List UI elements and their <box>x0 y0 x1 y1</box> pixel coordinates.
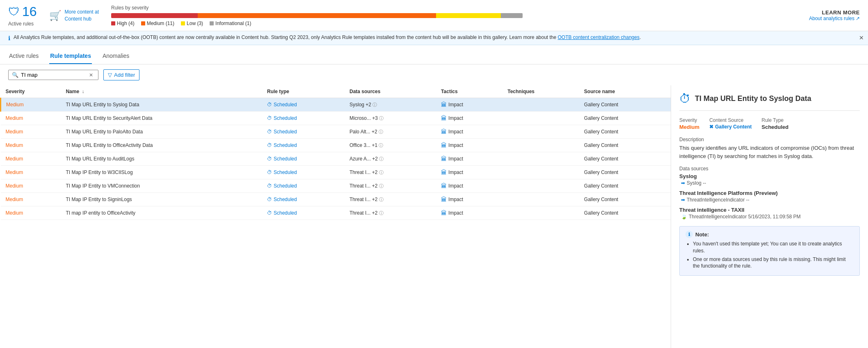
cell-rule-type: ⏱ Scheduled <box>262 166 345 179</box>
col-rule-type[interactable]: Rule type <box>262 85 345 98</box>
clear-search-button[interactable]: ✕ <box>89 72 93 78</box>
tab-rule-templates-label: Rule templates <box>50 53 91 59</box>
cell-severity: Medium <box>1 166 61 179</box>
cell-source-name: Gallery Content <box>579 193 671 206</box>
tactics-icon: 🏛 <box>441 210 447 216</box>
add-filter-button[interactable]: ▽ Add filter <box>103 69 139 80</box>
search-box[interactable]: 🔍 ✕ <box>8 70 98 80</box>
tactics-icon: 🏛 <box>441 196 447 203</box>
content-hub-label: More content atContent hub <box>65 9 99 23</box>
legend-dot-medium <box>141 21 145 25</box>
legend-low: Low (3) <box>181 21 203 26</box>
legend-informational: Informational (1) <box>210 21 251 26</box>
meta-rule-type-value: Scheduled <box>761 124 788 130</box>
active-rules-label: Active rules <box>8 21 34 27</box>
info-banner: ℹ All Analytics Rule templates, and addi… <box>0 31 868 45</box>
table-row[interactable]: Medium TI Map URL Entity to Syslog Data … <box>1 98 671 112</box>
info-icon: ℹ <box>8 35 10 41</box>
detail-datasources-section: Data sources Syslog ➡ Syslog -- Threat I… <box>679 166 860 220</box>
cell-tactics: 🏛 Impact <box>436 206 503 220</box>
table-row[interactable]: Medium TI map IP entity to OfficeActivit… <box>1 206 671 220</box>
cell-source-name: Gallery Content <box>579 152 671 166</box>
cell-source-name: Gallery Content <box>579 112 671 125</box>
table-row[interactable]: Medium TI Map IP Entity to VMConnection … <box>1 179 671 193</box>
cell-tactics: 🏛 Impact <box>436 193 503 206</box>
col-severity[interactable]: Severity <box>1 85 61 98</box>
datasource-label-syslog: Syslog -- <box>687 180 706 186</box>
active-rules-icon: 🛡 <box>8 5 20 18</box>
col-techniques[interactable]: Techniques <box>503 85 579 98</box>
sort-icon-name: ↓ <box>82 89 84 94</box>
cell-name: TI Map URL Entity to AuditLogs <box>61 152 262 166</box>
cell-techniques <box>503 152 579 166</box>
cell-data-sources: Threat I... +2 ⓘ <box>345 179 436 193</box>
cell-tactics: 🏛 Impact <box>436 98 503 112</box>
gallery-label: Gallery Content <box>715 124 752 130</box>
col-data-sources[interactable]: Data sources <box>345 85 436 98</box>
cell-techniques <box>503 166 579 179</box>
cell-rule-type: ⏱ Scheduled <box>262 206 345 220</box>
learn-more-label: LEARN MORE <box>809 9 860 16</box>
cell-name: TI Map URL Entity to OfficeActivity Data <box>61 139 262 152</box>
scheduled-icon: ⏱ <box>267 129 272 135</box>
cell-rule-type: ⏱ Scheduled <box>262 125 345 139</box>
col-tactics[interactable]: Tactics <box>436 85 503 98</box>
tactics-icon: 🏛 <box>441 115 447 121</box>
table-row[interactable]: Medium TI Map IP Entity to SigninLogs ⏱ … <box>1 193 671 206</box>
detail-panel: ⏱ TI Map URL Entity to Syslog Data Sever… <box>671 85 868 348</box>
scheduled-icon: ⏱ <box>267 210 272 216</box>
table-row[interactable]: Medium TI Map URL Entity to OfficeActivi… <box>1 139 671 152</box>
tactics-icon: 🏛 <box>441 101 447 108</box>
legend-label-medium: Medium (11) <box>147 21 174 26</box>
datasource-title-syslog: Syslog <box>679 173 860 179</box>
detail-header: ⏱ TI Map URL Entity to Syslog Data <box>679 92 860 111</box>
cell-rule-type: ⏱ Scheduled <box>262 179 345 193</box>
cell-techniques <box>503 112 579 125</box>
note-label: Note: <box>695 231 709 238</box>
filter-bar: 🔍 ✕ ▽ Add filter <box>0 64 868 85</box>
gallery-icon: ✖ <box>709 124 713 130</box>
table-area: Severity Name ↓ Rule type Data sources T… <box>0 85 671 348</box>
cell-name: TI Map IP Entity to VMConnection <box>61 179 262 193</box>
cell-data-sources: Microso... +3 ⓘ <box>345 112 436 125</box>
cell-rule-type: ⏱ Scheduled <box>262 193 345 206</box>
cell-techniques <box>503 139 579 152</box>
cell-severity: Medium <box>1 125 61 139</box>
info-banner-close[interactable]: ✕ <box>859 34 864 41</box>
tactics-icon: 🏛 <box>441 169 447 176</box>
col-name[interactable]: Name ↓ <box>61 85 262 98</box>
info-banner-link[interactable]: OOTB content centralization changes <box>558 34 640 40</box>
cell-severity: Medium <box>1 112 61 125</box>
cell-techniques <box>503 193 579 206</box>
tab-active-rules[interactable]: Active rules <box>8 49 39 64</box>
scheduled-icon: ⏱ <box>267 102 272 108</box>
scheduled-icon: ⏱ <box>267 169 272 175</box>
note-list: You haven't used this template yet; You … <box>685 240 854 270</box>
search-input[interactable] <box>21 72 87 78</box>
datasource-item-syslog: ➡ Syslog -- <box>681 180 860 186</box>
add-filter-label: Add filter <box>114 72 135 78</box>
table-row[interactable]: Medium TI Map URL Entity to AuditLogs ⏱ … <box>1 152 671 166</box>
table-row[interactable]: Medium TI Map URL Entity to SecurityAler… <box>1 112 671 125</box>
tab-active-rules-label: Active rules <box>9 53 39 59</box>
datasource-icon-taxii: 🍃 <box>681 214 687 220</box>
cell-tactics: 🏛 Impact <box>436 179 503 193</box>
table-row[interactable]: Medium TI Map URL Entity to PaloAlto Dat… <box>1 125 671 139</box>
cell-techniques <box>503 206 579 220</box>
tab-rule-templates[interactable]: Rule templates <box>49 49 92 64</box>
cell-data-sources: Palo Alt... +2 ⓘ <box>345 125 436 139</box>
content-hub-block[interactable]: 🛒 More content atContent hub <box>49 9 99 23</box>
meta-rule-type-label: Rule Type <box>761 117 788 123</box>
note-item-1: You haven't used this template yet; You … <box>693 240 854 254</box>
col-source-name[interactable]: Source name <box>579 85 671 98</box>
cell-severity: Medium <box>1 179 61 193</box>
learn-more-link[interactable]: About analytics rules ↗ <box>809 16 860 21</box>
cell-name: TI Map URL Entity to SecurityAlert Data <box>61 112 262 125</box>
table-row[interactable]: Medium TI Map IP Entity to W3CIISLog ⏱ S… <box>1 166 671 179</box>
tab-anomalies[interactable]: Anomalies <box>102 49 130 64</box>
note-box: ℹ Note: You haven't used this template y… <box>679 226 860 276</box>
datasource-group-taxii: Threat intelligence - TAXII 🍃 ThreatInte… <box>679 207 860 220</box>
cell-tactics: 🏛 Impact <box>436 166 503 179</box>
cell-data-sources: Syslog +2 ⓘ <box>345 98 436 112</box>
cell-severity: Medium <box>1 98 61 112</box>
